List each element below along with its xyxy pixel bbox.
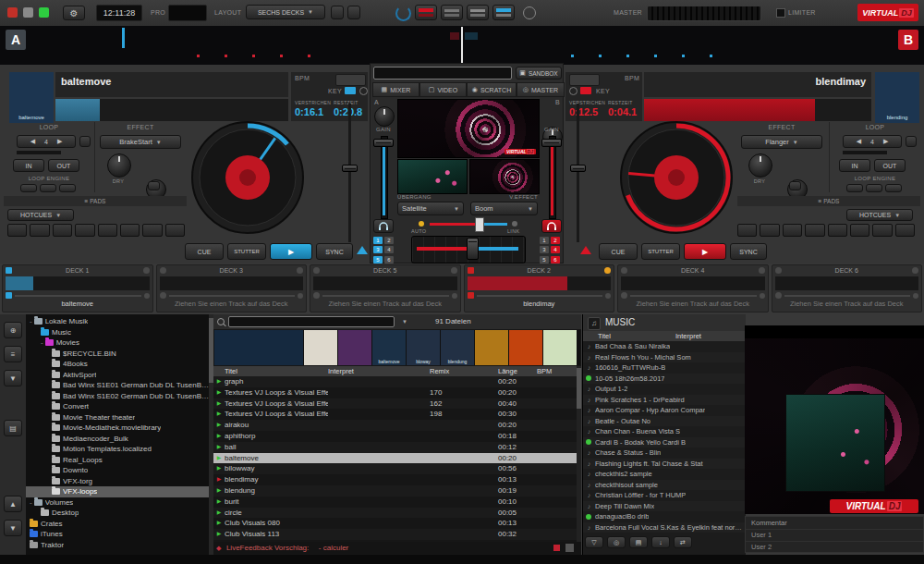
sandbox-button[interactable]: ▣SANDBOX [516, 67, 562, 80]
column-interpret[interactable]: Interpret [675, 331, 701, 341]
headphone-cue-a-button[interactable] [373, 219, 394, 233]
mini-button-2[interactable] [347, 6, 360, 19]
loop-roll-button[interactable] [79, 136, 91, 147]
hotcue-pad[interactable] [7, 224, 27, 237]
mini-button-1[interactable] [331, 6, 344, 19]
tab-master[interactable]: ◎MASTER [517, 82, 565, 97]
limiter-checkbox[interactable] [776, 8, 785, 18]
tree-item[interactable]: Convert [26, 401, 209, 412]
tree-item[interactable]: Crates [26, 519, 209, 530]
deck-select-pad[interactable]: 2 [551, 237, 560, 244]
tree-item[interactable]: -Volumes [26, 497, 209, 509]
effect-on-button[interactable] [148, 181, 160, 190]
file-row[interactable]: ▶ball00:12 [213, 442, 577, 453]
deck-select-pad[interactable]: 5 [540, 256, 549, 264]
pads-menu-icon[interactable]: ≡ [819, 198, 822, 204]
window-maximize-button[interactable] [39, 7, 49, 18]
loop-slot-3[interactable] [59, 184, 76, 192]
deck-b-effect-dropdown[interactable]: Flanger▼ [741, 135, 822, 149]
deck-b-pitch-handle[interactable] [570, 165, 586, 172]
pads-menu-icon[interactable]: ≡ [85, 198, 89, 204]
automix-button[interactable] [492, 5, 515, 20]
list-icon[interactable]: ≡ [4, 346, 22, 362]
tree-item[interactable]: VFX-loops [26, 486, 209, 497]
deck-strip-play-icon[interactable] [160, 292, 166, 299]
disc-icon[interactable]: ◎ [607, 536, 626, 548]
sidelist-item[interactable]: ♪Real Flows h You - Michal Som [583, 352, 746, 363]
loop-in-button[interactable]: IN [839, 159, 870, 172]
column-interpret[interactable]: Interpret [328, 366, 430, 376]
album-thumbnail[interactable] [304, 330, 337, 365]
sidelist-item[interactable]: ♪Flashing Lights ft. Tal Chase & Stat [583, 459, 746, 470]
hotcue-pad[interactable] [30, 224, 49, 237]
tree-item[interactable]: -Lokale Musik [26, 316, 209, 327]
filter-icon[interactable]: ▽ [585, 536, 603, 548]
bpm-value-box[interactable] [569, 74, 600, 86]
deck-strip-options-icon[interactable] [605, 293, 611, 299]
loop-double-icon[interactable]: ▶ [57, 138, 62, 145]
deck-strip-play-icon[interactable] [775, 292, 782, 299]
deck-strip-options-icon[interactable] [452, 293, 457, 299]
deck-select-pad[interactable]: 1 [373, 237, 383, 244]
deck-strip[interactable]: DECK 6Ziehen Sie einen Track auf das Dec… [772, 264, 923, 313]
album-thumbnail[interactable] [509, 330, 542, 365]
loop-out-button[interactable]: OUT [48, 159, 79, 172]
key-lock-icon[interactable] [359, 87, 368, 95]
column-laenge[interactable]: Länge [498, 366, 537, 376]
file-row[interactable]: ▶graph00:20 [213, 376, 577, 387]
loop-double-icon[interactable]: ▶ [883, 138, 888, 145]
livefeedback-options-icon[interactable] [565, 544, 574, 552]
sidelist-item[interactable]: ♪checkthis2 sample [583, 469, 746, 480]
deck-b-cue-button[interactable]: CUE [599, 243, 638, 260]
window-minimize-button[interactable] [23, 7, 33, 18]
file-row[interactable]: ▶Textures VJ Loops & Visual Effects Clip… [213, 409, 577, 420]
scrollbar-thumb[interactable] [577, 368, 581, 409]
channel-a-gain-knob[interactable] [374, 106, 395, 127]
bpm-value-box[interactable] [335, 74, 366, 86]
hotcue-pad[interactable] [850, 224, 869, 237]
deck-strip-options-icon[interactable] [144, 293, 150, 299]
settings-button[interactable]: ⚙ [63, 6, 85, 20]
sampler-button[interactable] [467, 5, 489, 20]
column-titel[interactable]: Titel [225, 366, 328, 376]
pads-mode-dropdown[interactable]: HOTCUES▼ [846, 209, 913, 221]
deck-a-stutter-button[interactable]: STUTTER [227, 243, 266, 260]
loop-in-button[interactable]: IN [13, 159, 44, 172]
file-row[interactable]: ▶blendung00:19 [213, 485, 577, 497]
effect-drywet-knob[interactable] [107, 153, 131, 178]
deck-strip-scrub-track[interactable] [322, 295, 449, 297]
sidelist-item[interactable]: ♪Pink Scratches 1 - DrPeabird [583, 395, 746, 406]
loop-size-control[interactable]: ◀4▶ [843, 135, 902, 148]
deck-strip-progress[interactable] [6, 276, 150, 290]
deck-strip-play-icon[interactable] [313, 292, 320, 299]
file-row[interactable]: ▶burit00:10 [213, 497, 577, 508]
file-row[interactable]: ▶bilowway00:56 [213, 463, 577, 474]
tree-item[interactable]: $RECYCLE.BIN [26, 349, 209, 360]
deck-strip-scrub-track[interactable] [784, 295, 911, 297]
sidelist-item[interactable]: ♪160616_RuTTWRub-B [583, 362, 746, 374]
broadcast-button[interactable] [441, 5, 463, 20]
tree-item[interactable]: iTunes [26, 529, 209, 540]
transition-dropdown[interactable]: Satellite▼ [397, 202, 464, 215]
tree-item[interactable]: Traktor [26, 540, 209, 551]
chevron-down-icon[interactable]: ▼ [402, 319, 407, 325]
deck-b-stutter-button[interactable]: STUTTER [641, 243, 680, 260]
deck-strip-progress[interactable] [313, 276, 457, 290]
deck-strip-progress[interactable] [775, 276, 919, 290]
file-search-input[interactable] [228, 316, 395, 327]
deck-strip[interactable]: DECK 3Ziehen Sie einen Track auf das Dec… [156, 264, 308, 313]
sidelist-item[interactable]: ♪Chan Chan - Buena Vista S [583, 426, 746, 437]
deck-b-track-progress[interactable] [644, 99, 871, 121]
sample-search-input[interactable] [373, 67, 512, 80]
file-list-scrollbar[interactable] [577, 366, 581, 542]
sidelist-item[interactable]: ♪Output 1-2 [583, 384, 746, 395]
deck-strip-scrub-track[interactable] [15, 295, 141, 297]
tree-item[interactable]: Movie-Mediathek.movielibrary [26, 423, 209, 434]
hotcue-pad[interactable] [760, 224, 779, 237]
deck-strip-play-icon[interactable] [468, 292, 474, 299]
waveform-area[interactable]: A B [0, 26, 924, 65]
deck-b-sync-button[interactable]: SYNC [730, 243, 767, 260]
channel-a-fader-handle[interactable] [373, 139, 394, 147]
deck-strip-scrub-track[interactable] [169, 295, 296, 297]
file-row[interactable]: ▶airakou00:20 [213, 420, 577, 431]
